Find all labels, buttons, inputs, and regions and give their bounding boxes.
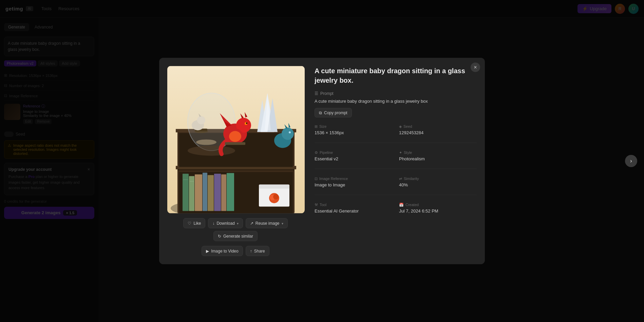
prompt-text: A cute miniature baby dragon sitting in … <box>315 98 477 105</box>
svg-rect-15 <box>227 173 234 211</box>
meta-seed-value: 1292453284 <box>399 130 477 135</box>
svg-point-23 <box>188 146 235 156</box>
svg-point-33 <box>229 131 241 142</box>
download-icon: ↓ <box>212 221 214 226</box>
share-icon: ↑ <box>250 249 252 254</box>
meta-grid: ⊞ Size 1536 × 1536px ◈ Seed 1292453284 <box>315 124 477 213</box>
image-ref-meta-icon: ⊡ <box>315 176 318 181</box>
share-button[interactable]: ↑ Share <box>246 246 269 256</box>
meta-style-label: ✦ Style <box>399 150 477 155</box>
modal-dialog: × <box>159 58 485 264</box>
meta-created-value: Jul 7, 2024 6:52 PM <box>399 208 477 213</box>
svg-rect-17 <box>190 181 194 182</box>
prompt-section: ☰ Prompt A cute miniature baby dragon si… <box>315 91 477 118</box>
svg-point-36 <box>282 128 294 140</box>
svg-point-27 <box>246 123 247 124</box>
meta-size-value: 1536 × 1536px <box>315 130 392 135</box>
svg-rect-41 <box>259 185 289 189</box>
modal-info-side: A cute miniature baby dragon sitting in … <box>312 58 485 264</box>
meta-tool: ⚒ Tool Essential AI Generator <box>315 202 392 213</box>
meta-tool-label: ⚒ Tool <box>315 202 392 207</box>
meta-similarity-label: ⇌ Similarity <box>399 176 477 181</box>
svg-rect-10 <box>195 175 202 211</box>
modal-title: A cute miniature baby dragon sitting in … <box>315 66 477 85</box>
meta-tool-value: Essential AI Generator <box>315 208 392 213</box>
meta-image-ref-label: ⊡ Image Reference <box>315 176 392 181</box>
copy-prompt-button[interactable]: ⧉ Copy prompt <box>315 108 352 117</box>
svg-rect-14 <box>221 175 226 211</box>
meta-created-label: 📅 Created <box>399 202 477 207</box>
video-icon: ▶ <box>206 249 209 254</box>
download-chevron-icon: ▾ <box>237 221 239 225</box>
svg-rect-16 <box>183 180 188 180</box>
heart-icon: ♡ <box>188 221 191 226</box>
svg-point-47 <box>196 140 216 145</box>
svg-point-44 <box>273 194 279 200</box>
tool-icon: ⚒ <box>315 202 318 207</box>
meta-similarity-value: 40% <box>399 182 477 187</box>
meta-image-ref: ⊡ Image Reference Image to Image <box>315 176 392 187</box>
seed-meta-icon: ◈ <box>399 124 402 128</box>
meta-seed: ◈ Seed 1292453284 <box>399 124 477 135</box>
prompt-label: ☰ Prompt <box>315 91 477 96</box>
svg-point-49 <box>197 116 205 124</box>
calendar-icon: 📅 <box>399 202 404 207</box>
svg-rect-11 <box>203 173 207 211</box>
prompt-icon: ☰ <box>315 91 318 96</box>
modal-close-button[interactable]: × <box>471 63 480 72</box>
meta-style-value: Photorealism <box>399 156 477 161</box>
meta-size-label: ⊞ Size <box>315 124 392 128</box>
meta-style: ✦ Style Photorealism <box>399 150 477 161</box>
modal-image-container <box>167 66 305 214</box>
meta-image-ref-value: Image to Image <box>315 182 392 187</box>
modal-image-side: ♡ Like ↓ Download ▾ ↗ Reuse image ▾ ↻ Ge… <box>159 58 312 264</box>
image-to-video-button[interactable]: ▶ Image to Video <box>202 246 243 256</box>
size-icon: ⊞ <box>315 124 318 128</box>
meta-created: 📅 Created Jul 7, 2024 6:52 PM <box>399 202 477 213</box>
pipeline-icon: ⚙ <box>315 150 318 155</box>
download-button[interactable]: ↓ Download ▾ <box>208 218 243 228</box>
meta-pipeline-value: Essential v2 <box>315 156 392 161</box>
modal-body: ♡ Like ↓ Download ▾ ↗ Reuse image ▾ ↻ Ge… <box>159 58 485 264</box>
style-icon: ✦ <box>399 150 402 155</box>
modal-actions: ♡ Like ↓ Download ▾ ↗ Reuse image ▾ ↻ Ge… <box>167 218 304 241</box>
next-arrow-button[interactable]: › <box>625 155 637 167</box>
generate-similar-icon: ↻ <box>218 234 221 239</box>
modal-actions-row2: ▶ Image to Video ↑ Share <box>167 246 304 256</box>
svg-rect-12 <box>208 175 214 211</box>
generate-similar-button[interactable]: ↻ Generate similar <box>213 231 258 241</box>
svg-rect-8 <box>183 174 189 211</box>
svg-point-37 <box>289 132 291 134</box>
reuse-icon: ↗ <box>250 221 253 226</box>
copy-icon: ⧉ <box>319 110 322 115</box>
reuse-chevron-icon: ▾ <box>282 221 283 225</box>
meta-seed-label: ◈ Seed <box>399 124 477 128</box>
dragon-image <box>167 66 305 214</box>
meta-similarity: ⇌ Similarity 40% <box>399 176 477 187</box>
meta-pipeline: ⚙ Pipeline Essential v2 <box>315 150 392 161</box>
meta-size: ⊞ Size 1536 × 1536px <box>315 124 392 135</box>
reuse-image-button[interactable]: ↗ Reuse image ▾ <box>246 218 288 228</box>
meta-pipeline-label: ⚙ Pipeline <box>315 150 392 155</box>
like-button[interactable]: ♡ Like <box>183 218 205 228</box>
svg-rect-13 <box>214 174 221 211</box>
similarity-icon: ⇌ <box>399 176 402 181</box>
svg-rect-34 <box>225 142 245 145</box>
